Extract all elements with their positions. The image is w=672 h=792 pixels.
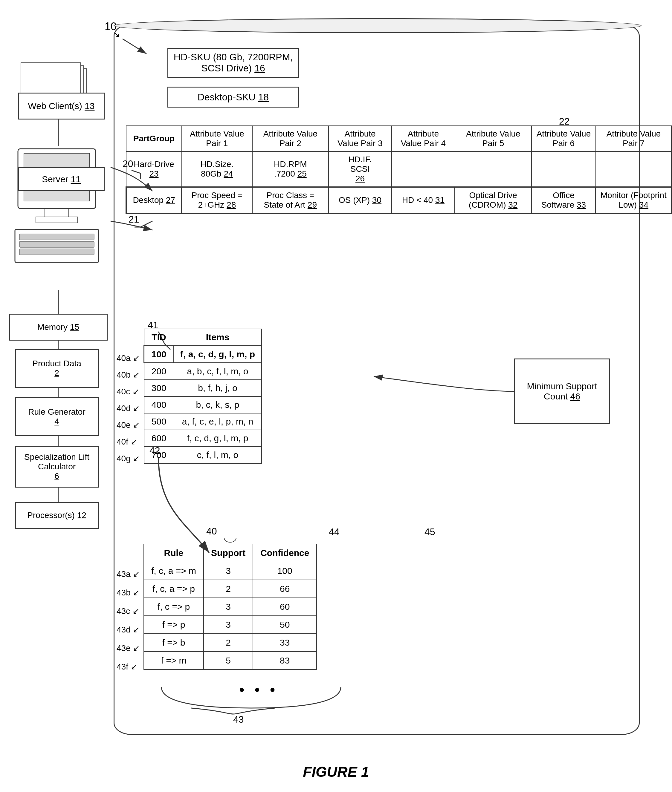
tid-label-40b: 40b ↙: [117, 366, 140, 383]
tid-row-600: 600 f, c, d, g, l, m, p: [144, 430, 262, 447]
items-500: a, f, c, e, l, p, m, n: [174, 413, 262, 430]
tid-200: 200: [144, 363, 174, 380]
label-43: 43: [233, 714, 244, 725]
support-43a: 3: [203, 562, 253, 580]
hd-attr7: [596, 152, 671, 187]
tid-label-40g: 40g ↙: [117, 450, 140, 467]
desktop-attr5: Optical Drive (CDROM) 32: [455, 187, 531, 213]
tid-600: 600: [144, 430, 174, 447]
desktop-row: Desktop 27 Proc Speed = 2+GHz 28 Proc Cl…: [126, 187, 671, 213]
tid-col-header: TID: [144, 329, 174, 346]
rule-col-header: Rule: [144, 544, 203, 562]
rule-label-43b: 43b ↙: [117, 583, 140, 602]
svg-rect-16: [19, 234, 94, 240]
confidence-43a: 100: [253, 562, 317, 580]
min-support-box: Minimum Support Count 46: [514, 359, 610, 424]
rule-row-43a: f, c, a => m 3 100: [144, 562, 317, 580]
support-43c: 3: [203, 598, 253, 616]
svg-rect-18: [19, 249, 94, 255]
hd-sku-label: HD-SKU (80 Gb, 7200RPM, SCSI Drive) 16: [168, 52, 298, 74]
label-40-brace: 40: [206, 526, 217, 537]
col-attr3: Attribute Value Pair 3: [328, 126, 392, 152]
label-44: 44: [329, 526, 339, 538]
confidence-43c: 60: [253, 598, 317, 616]
desktop-cell: Desktop 27: [126, 187, 182, 213]
hd-attr3: HD.IF.SCSI26: [328, 152, 392, 187]
items-300: b, f, h, j, o: [174, 380, 262, 396]
label-45: 45: [424, 526, 435, 538]
label-42: 42: [149, 445, 160, 456]
tid-500: 500: [144, 413, 174, 430]
col-attr1: Attribute Value Pair 1: [182, 126, 252, 152]
support-col-header: Support: [203, 544, 253, 562]
desktop-attr4: HD < 40 31: [392, 187, 455, 213]
hd-attr5: [455, 152, 531, 187]
brace-bottom: [147, 684, 356, 720]
rules-table: Rule Support Confidence f, c, a => m 3 1…: [144, 544, 317, 670]
server-label: Server 11: [42, 174, 81, 184]
col-attr5: Attribute Value Pair 5: [455, 126, 531, 152]
tid-300: 300: [144, 380, 174, 396]
rule-row-43d: f => p 3 50: [144, 616, 317, 634]
label-21: 21: [128, 214, 139, 225]
items-700: c, f, l, m, o: [174, 447, 262, 463]
tid-label-40c: 40c ↙: [117, 383, 140, 400]
items-600: f, c, d, g, l, m, p: [174, 430, 262, 447]
spec-lift-box: Specialization Lift Calculator 6: [15, 446, 99, 487]
support-43f: 5: [203, 651, 253, 669]
processor-label: Processor(s) 12: [27, 511, 86, 520]
transaction-table: TID Items 100 f, a, c, d, g, l, m, p 200…: [144, 329, 262, 464]
col-attr4: Attribute Value Pair 4: [392, 126, 455, 152]
rule-43c: f, c => p: [144, 598, 203, 616]
rule-43d: f => p: [144, 616, 203, 634]
support-43d: 3: [203, 616, 253, 634]
svg-rect-17: [19, 241, 94, 248]
tid-label-40d: 40d ↙: [117, 400, 140, 417]
hard-drive-cell: Hard-Drive 23: [126, 152, 182, 187]
product-data-box: Product Data 2: [15, 349, 99, 388]
rule-43f: f => m: [144, 651, 203, 669]
col-attr7: Attribute Value Pair 7: [596, 126, 671, 152]
tid-header-row: TID Items: [144, 329, 262, 346]
desktop-attr3: OS (XP) 30: [328, 187, 392, 213]
desktop-sku-label: Desktop-SKU 18: [198, 92, 269, 103]
col-attr2: Attribute Value Pair 2: [252, 126, 328, 152]
tid-row-500: 500 a, f, c, e, l, p, m, n: [144, 413, 262, 430]
items-col-header: Items: [174, 329, 262, 346]
rule-label-43e: 43e ↙: [117, 639, 140, 657]
col-partgroup: PartGroup: [126, 126, 182, 152]
rule-row-43c: f, c => p 3 60: [144, 598, 317, 616]
desktop-attr2: Proc Class = State of Art 29: [252, 187, 328, 213]
attr-header-row: PartGroup Attribute Value Pair 1 Attribu…: [126, 126, 671, 152]
web-client-box: Web Client(s) 13: [18, 93, 105, 120]
desktop-sku-box: Desktop-SKU 18: [167, 87, 299, 107]
confidence-43b: 66: [253, 580, 317, 598]
tid-row-100: 100 f, a, c, d, g, l, m, p: [144, 346, 262, 363]
tid-label-40a: 40a ↙: [117, 350, 140, 366]
diagram: 10 ↘ 14 Web Client(s) 13: [0, 0, 672, 792]
rule-43a: f, c, a => m: [144, 562, 203, 580]
tid-row-200: 200 a, b, c, f, l, m, o: [144, 363, 262, 380]
col-attr6: Attribute Value Pair 6: [531, 126, 596, 152]
rule-row-43f: f => m 5 83: [144, 651, 317, 669]
items-100: f, a, c, d, g, l, m, p: [174, 346, 262, 363]
tid-100: 100: [144, 346, 174, 363]
rule-label-43d: 43d ↙: [117, 620, 140, 639]
svg-rect-14: [36, 217, 78, 223]
server-box: Server 11: [18, 167, 105, 191]
rule-row-labels: 43a ↙ 43b ↙ 43c ↙ 43d ↙ 43e ↙ 43f ↙: [117, 565, 140, 676]
support-43e: 2: [203, 634, 253, 651]
confidence-43f: 83: [253, 651, 317, 669]
confidence-43d: 50: [253, 616, 317, 634]
tid-row-700: 700 c, f, l, m, o: [144, 447, 262, 463]
tid-label-40f: 40f ↙: [117, 433, 140, 450]
rules-header-row: Rule Support Confidence: [144, 544, 317, 562]
rule-43b: f, c, a => p: [144, 580, 203, 598]
tid-400: 400: [144, 396, 174, 413]
server-computer-icon: [9, 146, 107, 265]
hard-drive-row: Hard-Drive 23 HD.Size.80Gb 24 HD.RPM.720…: [126, 152, 671, 187]
hd-attr2: HD.RPM.7200 25: [252, 152, 328, 187]
spec-lift-label: Specialization Lift Calculator 6: [16, 452, 98, 481]
rule-row-43b: f, c, a => p 2 66: [144, 580, 317, 598]
rule-row-43e: f => b 2 33: [144, 634, 317, 651]
